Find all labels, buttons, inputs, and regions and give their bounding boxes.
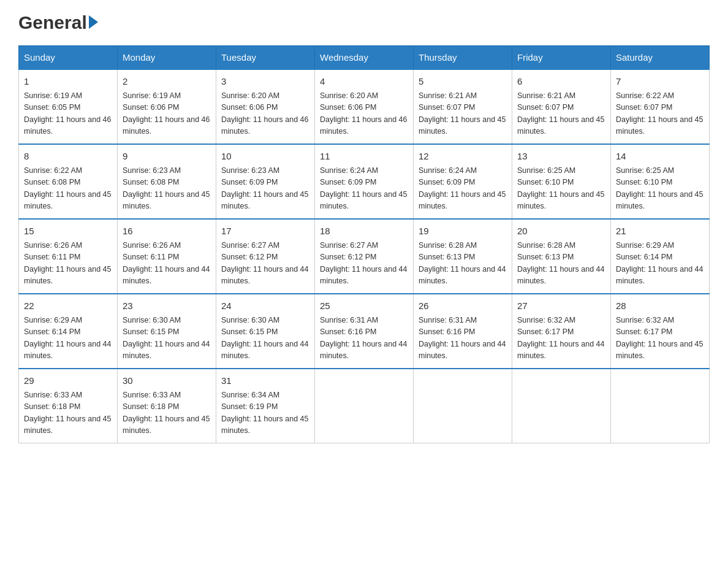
logo-arrow-icon: [89, 15, 98, 29]
header-wednesday: Wednesday: [315, 46, 414, 70]
header-sunday: Sunday: [19, 46, 118, 70]
header-tuesday: Tuesday: [216, 46, 315, 70]
day-cell: 22Sunrise: 6:29 AMSunset: 6:14 PMDayligh…: [19, 294, 118, 369]
day-info: Sunrise: 6:19 AMSunset: 6:05 PMDaylight:…: [24, 91, 111, 136]
day-cell: 19Sunrise: 6:28 AMSunset: 6:13 PMDayligh…: [414, 219, 512, 294]
day-number: 18: [320, 224, 408, 238]
day-cell: 9Sunrise: 6:23 AMSunset: 6:08 PMDaylight…: [118, 144, 216, 219]
day-info: Sunrise: 6:32 AMSunset: 6:17 PMDaylight:…: [517, 316, 604, 361]
day-cell: 17Sunrise: 6:27 AMSunset: 6:12 PMDayligh…: [216, 219, 315, 294]
day-cell: 21Sunrise: 6:29 AMSunset: 6:14 PMDayligh…: [611, 219, 710, 294]
logo: General Blue: [18, 12, 98, 33]
day-number: 17: [221, 224, 309, 238]
day-number: 29: [24, 374, 112, 388]
day-cell: 8Sunrise: 6:22 AMSunset: 6:08 PMDaylight…: [19, 144, 118, 219]
day-info: Sunrise: 6:29 AMSunset: 6:14 PMDaylight:…: [24, 316, 111, 361]
day-cell: 30Sunrise: 6:33 AMSunset: 6:18 PMDayligh…: [118, 369, 216, 443]
day-info: Sunrise: 6:20 AMSunset: 6:06 PMDaylight:…: [320, 91, 407, 136]
day-info: Sunrise: 6:27 AMSunset: 6:12 PMDaylight:…: [221, 241, 308, 286]
day-cell: 28Sunrise: 6:32 AMSunset: 6:17 PMDayligh…: [611, 294, 710, 369]
day-cell: 26Sunrise: 6:31 AMSunset: 6:16 PMDayligh…: [414, 294, 512, 369]
day-cell: 18Sunrise: 6:27 AMSunset: 6:12 PMDayligh…: [315, 219, 414, 294]
logo-general: General: [18, 12, 87, 33]
day-cell: 31Sunrise: 6:34 AMSunset: 6:19 PMDayligh…: [216, 369, 315, 443]
week-row-5: 29Sunrise: 6:33 AMSunset: 6:18 PMDayligh…: [19, 369, 710, 443]
day-number: 1: [24, 75, 112, 88]
day-cell: [611, 369, 710, 443]
day-number: 21: [616, 224, 704, 238]
week-row-1: 1Sunrise: 6:19 AMSunset: 6:05 PMDaylight…: [19, 69, 710, 144]
day-number: 25: [320, 299, 408, 313]
day-cell: 14Sunrise: 6:25 AMSunset: 6:10 PMDayligh…: [611, 144, 710, 219]
day-cell: [512, 369, 611, 443]
day-info: Sunrise: 6:30 AMSunset: 6:15 PMDaylight:…: [221, 316, 308, 361]
day-cell: [414, 369, 512, 443]
header-saturday: Saturday: [611, 46, 710, 70]
day-number: 22: [24, 299, 112, 313]
header-friday: Friday: [512, 46, 611, 70]
day-number: 28: [616, 299, 704, 313]
day-number: 15: [24, 224, 112, 238]
logo-row1: General: [18, 12, 98, 33]
day-info: Sunrise: 6:29 AMSunset: 6:14 PMDaylight:…: [616, 241, 703, 286]
day-number: 4: [320, 75, 408, 88]
day-cell: 29Sunrise: 6:33 AMSunset: 6:18 PMDayligh…: [19, 369, 118, 443]
day-cell: 1Sunrise: 6:19 AMSunset: 6:05 PMDaylight…: [19, 69, 118, 144]
day-info: Sunrise: 6:20 AMSunset: 6:06 PMDaylight:…: [221, 91, 308, 136]
week-row-4: 22Sunrise: 6:29 AMSunset: 6:14 PMDayligh…: [19, 294, 710, 369]
day-cell: 13Sunrise: 6:25 AMSunset: 6:10 PMDayligh…: [512, 144, 611, 219]
day-info: Sunrise: 6:28 AMSunset: 6:13 PMDaylight:…: [517, 241, 604, 286]
day-number: 11: [320, 150, 408, 163]
day-number: 3: [221, 75, 309, 88]
day-number: 13: [517, 150, 605, 163]
calendar-table: SundayMondayTuesdayWednesdayThursdayFrid…: [18, 45, 710, 443]
day-cell: 27Sunrise: 6:32 AMSunset: 6:17 PMDayligh…: [512, 294, 611, 369]
day-info: Sunrise: 6:24 AMSunset: 6:09 PMDaylight:…: [320, 166, 407, 211]
page-header: General Blue: [18, 12, 710, 33]
day-cell: 23Sunrise: 6:30 AMSunset: 6:15 PMDayligh…: [118, 294, 216, 369]
day-info: Sunrise: 6:28 AMSunset: 6:13 PMDaylight:…: [419, 241, 506, 286]
day-info: Sunrise: 6:19 AMSunset: 6:06 PMDaylight:…: [123, 91, 210, 136]
day-cell: [315, 369, 414, 443]
week-row-2: 8Sunrise: 6:22 AMSunset: 6:08 PMDaylight…: [19, 144, 710, 219]
day-cell: 6Sunrise: 6:21 AMSunset: 6:07 PMDaylight…: [512, 69, 611, 144]
day-cell: 2Sunrise: 6:19 AMSunset: 6:06 PMDaylight…: [118, 69, 216, 144]
day-number: 20: [517, 224, 605, 238]
day-number: 23: [123, 299, 211, 313]
day-info: Sunrise: 6:26 AMSunset: 6:11 PMDaylight:…: [24, 241, 111, 286]
day-info: Sunrise: 6:25 AMSunset: 6:10 PMDaylight:…: [616, 166, 703, 211]
day-info: Sunrise: 6:34 AMSunset: 6:19 PMDaylight:…: [221, 391, 308, 435]
day-info: Sunrise: 6:23 AMSunset: 6:09 PMDaylight:…: [221, 166, 308, 211]
day-number: 26: [419, 299, 507, 313]
day-cell: 12Sunrise: 6:24 AMSunset: 6:09 PMDayligh…: [414, 144, 512, 219]
day-number: 24: [221, 299, 309, 313]
day-info: Sunrise: 6:26 AMSunset: 6:11 PMDaylight:…: [123, 241, 210, 286]
calendar-header-row: SundayMondayTuesdayWednesdayThursdayFrid…: [19, 46, 710, 70]
day-info: Sunrise: 6:33 AMSunset: 6:18 PMDaylight:…: [24, 391, 111, 435]
day-number: 5: [419, 75, 507, 88]
day-info: Sunrise: 6:24 AMSunset: 6:09 PMDaylight:…: [419, 166, 506, 211]
day-cell: 25Sunrise: 6:31 AMSunset: 6:16 PMDayligh…: [315, 294, 414, 369]
day-number: 16: [123, 224, 211, 238]
day-cell: 15Sunrise: 6:26 AMSunset: 6:11 PMDayligh…: [19, 219, 118, 294]
day-number: 10: [221, 150, 309, 163]
day-cell: 20Sunrise: 6:28 AMSunset: 6:13 PMDayligh…: [512, 219, 611, 294]
day-cell: 10Sunrise: 6:23 AMSunset: 6:09 PMDayligh…: [216, 144, 315, 219]
header-thursday: Thursday: [414, 46, 512, 70]
day-info: Sunrise: 6:22 AMSunset: 6:07 PMDaylight:…: [616, 91, 703, 136]
day-info: Sunrise: 6:23 AMSunset: 6:08 PMDaylight:…: [123, 166, 210, 211]
day-number: 12: [419, 150, 507, 163]
day-info: Sunrise: 6:22 AMSunset: 6:08 PMDaylight:…: [24, 166, 111, 211]
day-info: Sunrise: 6:30 AMSunset: 6:15 PMDaylight:…: [123, 316, 210, 361]
day-number: 8: [24, 150, 112, 163]
day-info: Sunrise: 6:32 AMSunset: 6:17 PMDaylight:…: [616, 316, 703, 361]
day-number: 27: [517, 299, 605, 313]
day-info: Sunrise: 6:21 AMSunset: 6:07 PMDaylight:…: [419, 91, 506, 136]
day-info: Sunrise: 6:27 AMSunset: 6:12 PMDaylight:…: [320, 241, 407, 286]
day-number: 30: [123, 374, 211, 388]
day-cell: 16Sunrise: 6:26 AMSunset: 6:11 PMDayligh…: [118, 219, 216, 294]
day-cell: 3Sunrise: 6:20 AMSunset: 6:06 PMDaylight…: [216, 69, 315, 144]
day-info: Sunrise: 6:31 AMSunset: 6:16 PMDaylight:…: [320, 316, 407, 361]
day-number: 7: [616, 75, 704, 88]
day-cell: 11Sunrise: 6:24 AMSunset: 6:09 PMDayligh…: [315, 144, 414, 219]
